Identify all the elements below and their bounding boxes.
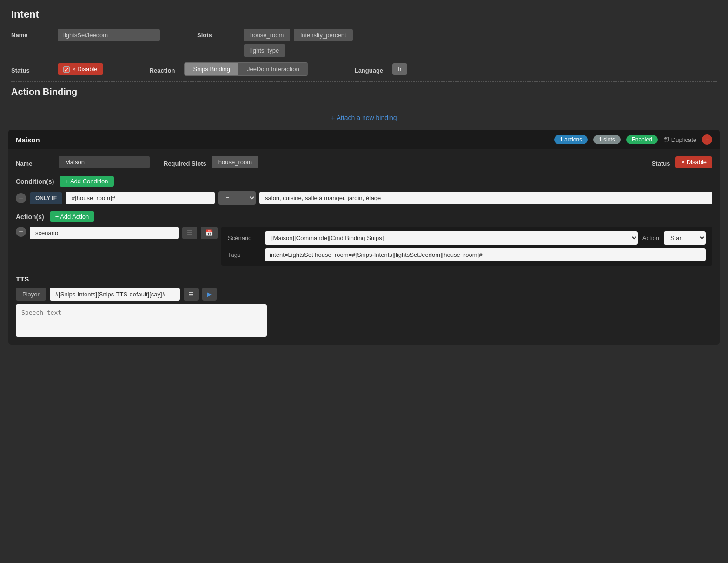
binding-name-input[interactable] xyxy=(59,156,150,168)
language-label: Language xyxy=(355,64,383,74)
binding-name-group: Name xyxy=(16,156,150,168)
action-select[interactable]: Start Stop xyxy=(664,231,706,245)
action-calendar-icon[interactable]: 📅 xyxy=(201,227,218,239)
actions-label: Action(s) xyxy=(16,213,44,221)
tts-player-row: Player ☰ ▶ xyxy=(16,288,712,301)
page-title: Intent xyxy=(11,8,717,20)
tts-list-icon[interactable]: ☰ xyxy=(184,288,199,301)
tts-title: TTS xyxy=(16,275,712,283)
binding-status-group: Status × Disable xyxy=(652,156,712,168)
slot-badge-intensity: intensity_percent xyxy=(294,29,352,41)
binding-fields-row: Name Required Slots house_room Status × … xyxy=(16,156,712,168)
scenario-row: Scénario [Maison][Commande][Cmd Binding … xyxy=(228,231,706,245)
tags-row: Tags xyxy=(228,248,706,261)
add-condition-button[interactable]: + Add Condition xyxy=(60,176,113,187)
conditions-label: Condition(s) xyxy=(16,178,54,185)
required-slot-badge: house_room xyxy=(212,156,258,168)
action-type-input[interactable] xyxy=(30,227,179,239)
tts-play-button[interactable]: ▶ xyxy=(202,288,217,301)
player-label: Player xyxy=(16,288,46,301)
action-binding-title: Action Binding xyxy=(11,87,717,97)
conditions-header: Condition(s) + Add Condition xyxy=(16,176,712,187)
disable-label: × Disable xyxy=(72,66,98,73)
required-slots-group: Required Slots house_room xyxy=(164,156,258,168)
attach-binding-row: + Attach a new binding xyxy=(0,109,728,130)
attach-binding-button[interactable]: + Attach a new binding xyxy=(331,114,397,121)
tags-input[interactable] xyxy=(265,248,706,261)
condition-operator-select[interactable]: = != > < xyxy=(218,191,256,205)
slot-badge-house-room: house_room xyxy=(244,29,290,41)
binding-header: Maison 1 actions 1 slots Enabled 🗐 Dupli… xyxy=(8,130,720,149)
remove-binding-button[interactable]: − xyxy=(702,134,712,145)
action-label-text: Action xyxy=(642,235,659,241)
action-list-icon[interactable]: ☰ xyxy=(182,227,197,239)
binding-body: Name Required Slots house_room Status × … xyxy=(8,149,720,345)
condition-row: − ONLY IF = != > < xyxy=(16,191,712,205)
status-label: Status xyxy=(11,64,48,74)
condition-right-input[interactable] xyxy=(259,192,712,204)
actions-header: Action(s) + Add Action xyxy=(16,211,712,222)
reaction-label: Reaction xyxy=(150,64,175,74)
actions-section: Action(s) + Add Action − ☰ 📅 Scénario [M… xyxy=(16,211,712,266)
badge-actions[interactable]: 1 actions xyxy=(554,135,588,144)
required-slots-label: Required Slots xyxy=(164,157,206,167)
badge-slots[interactable]: 1 slots xyxy=(593,135,621,144)
disable-button[interactable]: ✓ × Disable xyxy=(58,63,103,75)
binding-disable-button[interactable]: × Disable xyxy=(675,156,712,168)
speech-text-area[interactable] xyxy=(16,304,267,337)
reaction-tabs: Snips Binding JeeDom Interaction xyxy=(184,62,308,76)
tab-snips-binding[interactable]: Snips Binding xyxy=(185,63,238,75)
name-input[interactable] xyxy=(58,29,160,41)
checkbox-icon: ✓ xyxy=(63,66,70,73)
tags-label: Tags xyxy=(228,251,260,258)
copy-icon: 🗐 xyxy=(663,136,669,143)
remove-condition-button[interactable]: − xyxy=(16,193,26,203)
name-label: Name xyxy=(11,29,48,39)
tts-section: TTS Player ☰ ▶ xyxy=(16,275,712,338)
slots-label: Slots xyxy=(197,29,234,39)
conditions-section: Condition(s) + Add Condition − ONLY IF =… xyxy=(16,176,712,205)
add-action-button[interactable]: + Add Action xyxy=(50,211,95,222)
condition-left-input[interactable] xyxy=(66,192,215,204)
binding-status-label: Status xyxy=(652,157,670,167)
scenario-select[interactable]: [Maison][Commande][Cmd Binding Snips] xyxy=(265,231,638,245)
tab-jeedom-interaction[interactable]: JeeDom Interaction xyxy=(238,63,308,75)
duplicate-button[interactable]: 🗐 Duplicate xyxy=(663,136,696,143)
scenario-section: Scénario [Maison][Commande][Cmd Binding … xyxy=(221,227,712,266)
binding-card: Maison 1 actions 1 slots Enabled 🗐 Dupli… xyxy=(8,130,720,345)
only-if-badge: ONLY IF xyxy=(30,192,62,204)
binding-title: Maison xyxy=(16,136,549,144)
badge-enabled: Enabled xyxy=(626,135,658,144)
remove-action-button[interactable]: − xyxy=(16,227,26,237)
slots-group: house_room intensity_percent lights_type xyxy=(244,29,353,57)
player-input[interactable] xyxy=(50,288,180,301)
scenario-label: Scénario xyxy=(228,235,260,241)
duplicate-label: Duplicate xyxy=(671,136,696,143)
slot-badge-lights-type: lights_type xyxy=(244,44,285,57)
language-badge: fr xyxy=(392,63,407,75)
action-row: − ☰ 📅 Scénario [Maison][Commande][Cmd Bi… xyxy=(16,227,712,266)
binding-name-label: Name xyxy=(16,157,53,167)
